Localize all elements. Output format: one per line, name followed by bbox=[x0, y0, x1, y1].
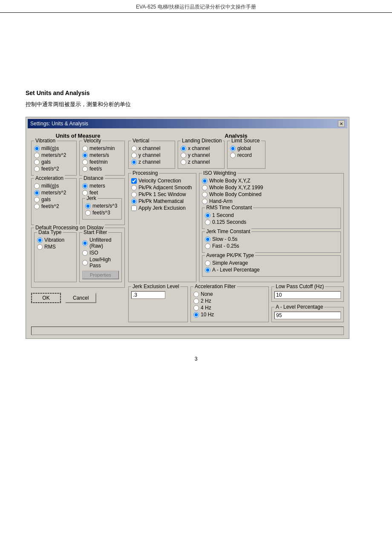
cancel-button[interactable]: Cancel bbox=[65, 293, 96, 303]
radio-label: meters bbox=[89, 183, 105, 189]
radio-label: Whole Body Combined bbox=[209, 191, 262, 197]
radio-label: None bbox=[201, 291, 213, 297]
velocity-correction-row: Velocity Correction bbox=[131, 178, 193, 184]
radio-row: milli(g)s bbox=[34, 145, 74, 151]
radio-label: Pk/Pk Mathematical bbox=[138, 198, 184, 204]
avg_pkpk-radio-0[interactable] bbox=[205, 260, 210, 266]
vibration-radio-1[interactable] bbox=[34, 153, 40, 158]
velocity-radio-1[interactable] bbox=[82, 153, 88, 158]
acc_filter-radio-2[interactable] bbox=[193, 305, 199, 311]
radio-label: Pk/Pk Adjacent Smooth bbox=[138, 185, 192, 191]
radio-row: A - Level Percentage bbox=[205, 267, 338, 273]
vibration-radio-3[interactable] bbox=[34, 166, 40, 172]
acceleration-radio-0[interactable] bbox=[34, 183, 40, 189]
vibration-radio-2[interactable] bbox=[34, 159, 40, 165]
velocity-radio-2[interactable] bbox=[82, 159, 88, 165]
radio-label: record bbox=[237, 152, 252, 158]
apply-jerk-exclusion-checkbox[interactable] bbox=[131, 205, 137, 211]
radio-label: feet/s^2 bbox=[41, 203, 59, 209]
radio-row: ISO bbox=[82, 250, 119, 256]
radio-label: gals bbox=[41, 159, 51, 165]
a-level-percentage-input[interactable] bbox=[274, 312, 341, 319]
iso_weighting-radio-3[interactable] bbox=[202, 199, 208, 204]
avg_pkpk-radio-1[interactable] bbox=[205, 267, 210, 273]
vibration-radio-0[interactable] bbox=[34, 146, 40, 151]
radio-row: 4 Hz bbox=[193, 305, 266, 311]
radio-label: 2 Hz bbox=[201, 298, 211, 304]
radio-row: meters bbox=[82, 183, 122, 189]
properties-button[interactable]: Properties bbox=[82, 271, 119, 279]
radio-row: Pk/Pk Adjacent Smooth bbox=[131, 185, 193, 191]
page-footer: 3 bbox=[26, 356, 366, 362]
landing_direction-radio-0[interactable] bbox=[181, 146, 186, 151]
landing_direction-radio-1[interactable] bbox=[181, 153, 186, 158]
processing-title: Processing bbox=[131, 170, 159, 176]
distance-radio-1[interactable] bbox=[82, 190, 88, 196]
iso_weighting-radio-0[interactable] bbox=[202, 178, 208, 184]
jerk-exclusion-level-group: Jerk Exclusion Level bbox=[128, 286, 188, 322]
acc_filter-radio-3[interactable] bbox=[193, 312, 199, 318]
acceleration-radio-1[interactable] bbox=[34, 190, 40, 196]
vertical-radio-2[interactable] bbox=[131, 159, 137, 165]
limit-source-title: Limit Source bbox=[230, 138, 261, 144]
radio-row: x channel bbox=[131, 145, 172, 151]
rms_time-radio-0[interactable] bbox=[205, 213, 210, 218]
limit_source-radio-0[interactable] bbox=[230, 146, 236, 151]
jerk-exclusion-level-input[interactable] bbox=[131, 291, 165, 299]
start_filter-radio-0[interactable] bbox=[82, 240, 88, 246]
radio-label: meters/s^2 bbox=[41, 190, 66, 196]
radio-row: meters/s bbox=[82, 152, 122, 158]
jerk_time-radio-0[interactable] bbox=[205, 237, 210, 242]
low-pass-cutoff-input[interactable] bbox=[274, 291, 341, 299]
landing_direction-radio-2[interactable] bbox=[181, 159, 186, 165]
ok-button[interactable]: OK bbox=[31, 293, 61, 303]
dialog-titlebar: Settings: Units & Analysis ✕ bbox=[28, 119, 347, 128]
radio-label: Whole Body X,Y,Z 1999 bbox=[209, 185, 263, 191]
velocity-correction-checkbox[interactable] bbox=[131, 178, 137, 184]
radio-row: x channel bbox=[181, 145, 222, 151]
iso_weighting-radio-2[interactable] bbox=[202, 192, 208, 197]
data_type-radio-0[interactable] bbox=[37, 237, 43, 243]
vertical-radio-0[interactable] bbox=[131, 146, 137, 151]
jerk-radio-1[interactable] bbox=[85, 210, 91, 216]
vertical-radio-1[interactable] bbox=[131, 153, 137, 158]
landing-direction-group: Landing Direction x channely channelz ch… bbox=[178, 141, 225, 169]
radio-row: global bbox=[230, 145, 262, 151]
radio-label: A - Level Percentage bbox=[212, 267, 259, 273]
radio-label: gals bbox=[41, 197, 51, 202]
radio-label: Pk/Pk 1 Sec Window bbox=[138, 191, 186, 197]
acceleration-radio-2[interactable] bbox=[34, 197, 40, 202]
vertical-group: Vertical x channely channelz channel bbox=[128, 141, 175, 169]
data_type-radio-1[interactable] bbox=[37, 244, 43, 250]
processing-radio-2[interactable] bbox=[131, 199, 137, 204]
radio-label: feet/s^2 bbox=[41, 166, 59, 172]
radio-row: feet/min bbox=[82, 159, 122, 165]
rms_time-radio-1[interactable] bbox=[205, 220, 210, 225]
radio-label: meters/s bbox=[89, 152, 109, 158]
close-button[interactable]: ✕ bbox=[338, 120, 345, 127]
velocity-radio-3[interactable] bbox=[82, 166, 88, 172]
start_filter-radio-2[interactable] bbox=[82, 260, 88, 266]
acceleration-radio-3[interactable] bbox=[34, 204, 40, 209]
radio-row: meters/s^2 bbox=[34, 152, 74, 158]
jerk_time-radio-1[interactable] bbox=[205, 243, 210, 249]
radio-row: gals bbox=[34, 197, 74, 202]
radio-row: feet/s^2 bbox=[34, 166, 74, 172]
default-processing-group: Default Processing on Display Data Type … bbox=[31, 228, 125, 288]
processing-radio-1[interactable] bbox=[131, 192, 137, 197]
radio-row: Slow - 0.5s bbox=[205, 236, 338, 242]
radio-row: Whole Body X,Y,Z 1999 bbox=[202, 185, 341, 191]
start-filter-title: Start Filter bbox=[82, 229, 108, 235]
start_filter-radio-1[interactable] bbox=[82, 250, 88, 256]
jerk-radio-0[interactable] bbox=[85, 203, 91, 209]
distance-radio-0[interactable] bbox=[82, 183, 88, 189]
radio-row: None bbox=[193, 291, 266, 297]
distance-group-title: Distance bbox=[82, 175, 105, 181]
processing-radio-0[interactable] bbox=[131, 185, 137, 191]
velocity-radio-0[interactable] bbox=[82, 146, 88, 151]
dialog-title: Settings: Units & Analysis bbox=[30, 121, 88, 127]
acc_filter-radio-0[interactable] bbox=[193, 292, 199, 297]
limit_source-radio-1[interactable] bbox=[230, 153, 236, 158]
iso_weighting-radio-1[interactable] bbox=[202, 185, 208, 191]
acc_filter-radio-1[interactable] bbox=[193, 298, 199, 304]
